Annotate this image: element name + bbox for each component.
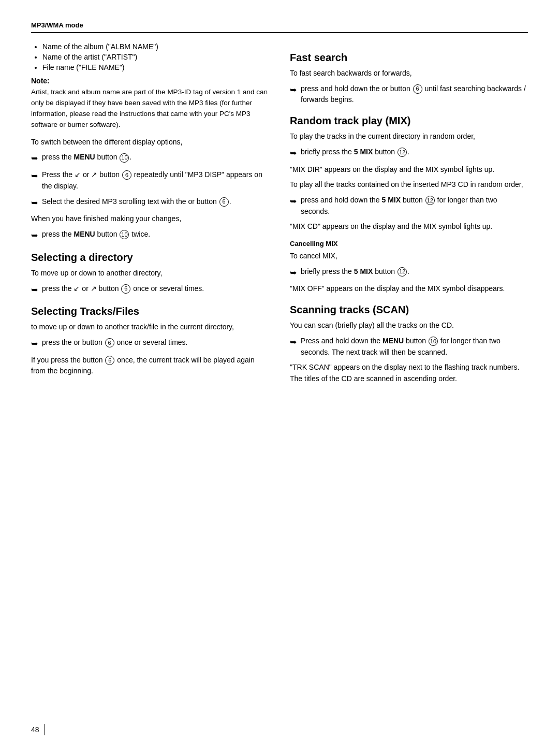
section-heading-directory: Selecting a directory <box>31 252 269 264</box>
circle-12b: 12 <box>425 196 435 205</box>
arrow-text: press the MENU button 10 twice. <box>42 229 269 240</box>
arrow-item-mix1: ➥ briefly press the 5 MIX button 12. <box>290 147 528 160</box>
note-label: Note: <box>31 77 269 85</box>
page-number: 48 <box>31 725 39 734</box>
bold-5mix: 5 MIX <box>354 148 373 156</box>
bold-5mix3: 5 MIX <box>354 267 373 275</box>
arrow-text: press the ↙ or ↗ button 6 once or severa… <box>42 283 269 295</box>
arrow-text: press the MENU button 10. <box>42 152 269 163</box>
circle-12c: 12 <box>398 267 407 277</box>
arrow-icon: ➥ <box>290 267 297 280</box>
circle-6d: 6 <box>105 338 114 347</box>
arrow-icon: ➥ <box>31 338 38 351</box>
circle-6b: 6 <box>219 197 229 207</box>
trkscan-text: "TRK SCAN" appears on the display next t… <box>290 362 528 384</box>
footer-divider <box>45 724 45 735</box>
mixcd-text: "MIX CD" appears on the display and the … <box>290 221 528 232</box>
circle-6e: 6 <box>105 356 114 365</box>
arrow-item-mix3: ➥ briefly press the 5 MIX button 12. <box>290 266 528 280</box>
scan-intro: You can scan (briefly play) all the trac… <box>290 320 528 331</box>
mixdir-text: "MIX DIR" appears on the display and the… <box>290 164 528 176</box>
circle-10: 10 <box>120 153 129 163</box>
arrow-item-select: ➥ Select the desired MP3 scrolling text … <box>31 196 269 210</box>
circle-10c: 10 <box>429 337 438 346</box>
switch-intro: To switch between the different display … <box>31 137 269 148</box>
tracks-intro: to move up or down to another track/file… <box>31 322 269 333</box>
section-heading-scan: Scanning tracks (SCAN) <box>290 304 528 316</box>
arrow-icon: ➥ <box>290 195 297 208</box>
bold-5mix2: 5 MIX <box>381 196 401 204</box>
arrow-text: Press and hold down the MENU button 10 f… <box>301 336 528 358</box>
bold-menu3: MENU <box>383 337 404 345</box>
all-tracks-intro: To play all the tracks contained on the … <box>290 179 528 191</box>
arrow-text: Press the ↙ or ↗ button 6 repeatedly unt… <box>42 169 269 192</box>
mix-intro: To play the tracks in the current direct… <box>290 131 528 142</box>
bullet-list: Name of the album ("ALBM NAME") Name of … <box>31 42 269 71</box>
arrow-item-directory: ➥ press the ↙ or ↗ button 6 once or seve… <box>31 283 269 297</box>
tracks-extra: If you press the button 6 once, the curr… <box>31 355 269 377</box>
arrow-text: press the or button 6 once or several ti… <box>42 337 269 348</box>
arrow-icon: ➥ <box>31 284 38 297</box>
arrow-icon: ➥ <box>31 229 38 242</box>
arrow-item-fast-search: ➥ press and hold down the or button 6 un… <box>290 83 528 106</box>
left-column: Name of the album ("ALBM NAME") Name of … <box>31 42 269 389</box>
list-item: Name of the album ("ALBM NAME") <box>42 42 269 51</box>
list-item: Name of the artist ("ARTIST") <box>42 53 269 61</box>
section-heading-fast-search: Fast search <box>290 52 528 64</box>
two-column-layout: Name of the album ("ALBM NAME") Name of … <box>31 42 528 389</box>
arrow-item-scan: ➥ Press and hold down the MENU button 10… <box>290 336 528 358</box>
arrow-icon: ➥ <box>290 147 297 160</box>
note-text: Artist, track and album name are part of… <box>31 87 269 130</box>
arrow-icon: ➥ <box>31 152 38 165</box>
arrow-text: Select the desired MP3 scrolling text wi… <box>42 196 269 208</box>
circle-6a: 6 <box>122 170 131 180</box>
arrow-icon: ➥ <box>290 84 297 97</box>
mixoff-text: "MIX OFF" appears on the display and the… <box>290 283 528 295</box>
header-section: MP3/WMA mode <box>31 21 528 33</box>
bold-menu: MENU <box>73 153 95 161</box>
arrow-item-menu: ➥ press the MENU button 10. <box>31 152 269 165</box>
note-section: Note: Artist, track and album name are p… <box>31 77 269 130</box>
list-item: File name ("FILE NAME") <box>42 63 269 71</box>
right-column: Fast search To fast search backwards or … <box>290 42 528 389</box>
section-heading-mix: Random track play (MIX) <box>290 115 528 127</box>
arrow-text: briefly press the 5 MIX button 12. <box>301 266 528 278</box>
arrow-item-menu-twice: ➥ press the MENU button 10 twice. <box>31 229 269 242</box>
circle-10b: 10 <box>120 230 129 239</box>
page-footer: 48 <box>31 724 45 735</box>
arrow-item-mix2: ➥ press and hold down the 5 MIX button 1… <box>290 195 528 217</box>
arrow-text: press and hold down the 5 MIX button 12 … <box>301 195 528 217</box>
sub-heading-cancel-mix: Cancelling MIX <box>290 240 528 248</box>
header-label: MP3/WMA mode <box>31 21 83 29</box>
arrow-icon: ➥ <box>290 336 297 349</box>
fast-search-intro: To fast search backwards or forwards, <box>290 68 528 79</box>
bold-menu2: MENU <box>73 230 95 238</box>
cancel-intro: To cancel MIX, <box>290 251 528 262</box>
circle-6f: 6 <box>413 84 422 94</box>
directory-intro: To move up or down to another directory, <box>31 268 269 279</box>
circle-6c: 6 <box>121 284 130 294</box>
finished-text: When you have finished making your chang… <box>31 213 269 225</box>
circle-12a: 12 <box>398 148 407 157</box>
arrow-icon: ➥ <box>31 170 38 183</box>
arrow-text: press and hold down the or button 6 unti… <box>301 83 528 106</box>
section-heading-tracks: Selecting Tracks/Files <box>31 306 269 317</box>
page: MP3/WMA mode Name of the album ("ALBM NA… <box>0 0 559 756</box>
arrow-icon: ➥ <box>31 197 38 210</box>
arrow-item-tracks: ➥ press the or button 6 once or several … <box>31 337 269 351</box>
arrow-text: briefly press the 5 MIX button 12. <box>301 147 528 158</box>
arrow-item-disp: ➥ Press the ↙ or ↗ button 6 repeatedly u… <box>31 169 269 192</box>
